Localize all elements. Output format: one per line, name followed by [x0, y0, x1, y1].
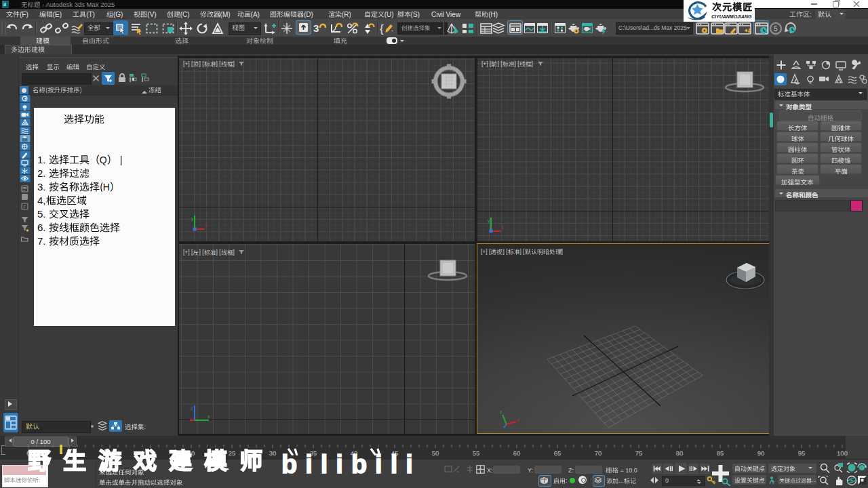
svg-text:70: 70	[595, 449, 602, 457]
svg-text:60: 60	[513, 449, 521, 457]
svg-text:30: 30	[269, 449, 277, 457]
svg-text:F: F	[23, 205, 26, 209]
svg-text:75: 75	[635, 449, 643, 457]
svg-text:80: 80	[676, 449, 684, 457]
svg-text:y: y	[488, 218, 490, 224]
svg-text:90: 90	[757, 449, 765, 457]
svg-text:95: 95	[798, 449, 806, 457]
svg-text:5: 5	[774, 25, 778, 33]
svg-text:3: 3	[313, 22, 319, 34]
svg-text:y: y	[191, 216, 194, 222]
svg-text:x: x	[205, 223, 208, 228]
svg-text:{: {	[380, 22, 384, 35]
svg-text:50: 50	[432, 449, 439, 457]
svg-text:100: 100	[837, 449, 848, 457]
svg-text:85: 85	[717, 449, 724, 457]
svg-text:65: 65	[554, 449, 561, 457]
svg-text:55: 55	[473, 449, 480, 457]
svg-text:z: z	[191, 406, 193, 411]
svg-text:x: x	[517, 418, 519, 422]
svg-text:z: z	[500, 409, 502, 414]
svg-text:x: x	[208, 414, 210, 419]
svg-text:⋅: ⋅	[391, 27, 393, 35]
svg-text:x: x	[501, 225, 504, 230]
